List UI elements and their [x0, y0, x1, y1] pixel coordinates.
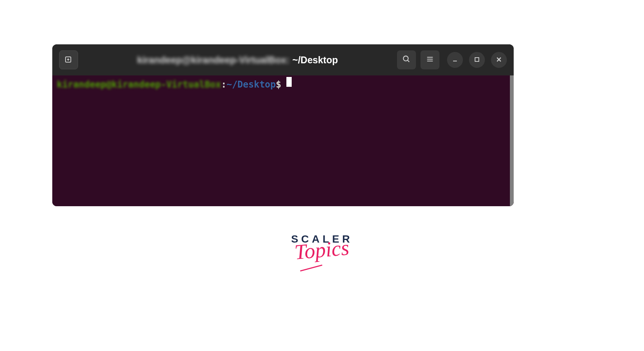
title-path: ~/Desktop	[292, 55, 338, 66]
minimize-button[interactable]	[447, 52, 463, 68]
maximize-icon	[474, 56, 480, 64]
close-icon	[496, 56, 502, 64]
search-icon	[402, 55, 411, 65]
svg-point-3	[403, 56, 408, 61]
scrollbar[interactable]	[510, 75, 514, 206]
scaler-topics-logo: SCALER Topics	[291, 233, 353, 262]
minimize-icon	[452, 56, 458, 64]
prompt-colon: :	[221, 79, 226, 90]
terminal-window: kirandeep@kirandeep-VirtualBox: ~/Deskto…	[52, 44, 514, 206]
maximize-button[interactable]	[469, 52, 485, 68]
hamburger-icon	[426, 55, 434, 64]
prompt-dollar: $	[276, 79, 281, 90]
terminal-body[interactable]: kirandeep@kirandeep-VirtualBox:~/Desktop…	[52, 75, 514, 206]
titlebar: kirandeep@kirandeep-VirtualBox: ~/Deskto…	[52, 44, 514, 75]
close-button[interactable]	[491, 52, 507, 68]
titlebar-right	[397, 50, 507, 69]
svg-line-4	[408, 60, 410, 62]
search-button[interactable]	[397, 50, 416, 69]
new-tab-icon	[64, 55, 73, 65]
title-user-host: kirandeep@kirandeep-VirtualBox:	[137, 55, 289, 66]
titlebar-left	[59, 50, 78, 69]
prompt-user-host: kirandeep@kirandeep-VirtualBox	[57, 79, 221, 90]
prompt-line: kirandeep@kirandeep-VirtualBox:~/Desktop…	[57, 78, 509, 90]
prompt-path: ~/Desktop	[227, 79, 276, 90]
window-controls	[447, 52, 507, 68]
cursor	[286, 77, 292, 87]
svg-rect-9	[475, 58, 479, 61]
new-tab-button[interactable]	[59, 50, 78, 69]
logo-text-topics: Topics	[294, 235, 350, 264]
titlebar-title: kirandeep@kirandeep-VirtualBox: ~/Deskto…	[82, 55, 393, 66]
menu-button[interactable]	[420, 50, 439, 69]
